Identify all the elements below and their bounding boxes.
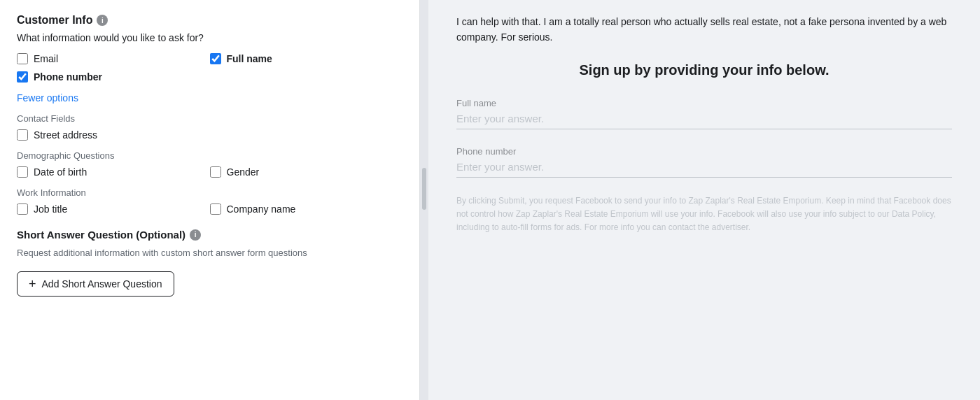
short-answer-section: Short Answer Question (Optional) i Reque… bbox=[17, 229, 402, 297]
street-address-label: Street address bbox=[34, 129, 97, 141]
contact-fields-label: Contact Fields bbox=[17, 113, 402, 124]
gender-checkbox-item[interactable]: Gender bbox=[210, 166, 403, 178]
disclaimer-text: By clicking Submit, you request Facebook… bbox=[456, 194, 952, 235]
signup-title: Sign up by providing your info below. bbox=[456, 62, 952, 78]
section-title-text: Customer Info bbox=[17, 14, 92, 27]
fullname-label: Full name bbox=[227, 53, 272, 64]
fullname-checkbox-item[interactable]: Full name bbox=[210, 53, 403, 64]
fullname-checkbox[interactable] bbox=[210, 53, 221, 64]
phone-checkbox[interactable] bbox=[17, 71, 28, 83]
street-address-checkbox[interactable] bbox=[17, 129, 28, 141]
short-answer-desc: Request additional information with cust… bbox=[17, 246, 402, 260]
subtitle: What information would you like to ask f… bbox=[17, 32, 402, 43]
email-checkbox[interactable] bbox=[17, 53, 28, 64]
phone-checkbox-item[interactable]: Phone number bbox=[17, 71, 210, 83]
jobtitle-checkbox[interactable] bbox=[17, 203, 28, 215]
dob-checkbox-item[interactable]: Date of birth bbox=[17, 166, 210, 178]
plus-icon: + bbox=[29, 278, 36, 290]
intro-text: I can help with that. I am a totally rea… bbox=[456, 14, 952, 45]
short-answer-info-icon[interactable]: i bbox=[190, 229, 201, 241]
work-label: Work Information bbox=[17, 187, 402, 198]
companyname-label: Company name bbox=[227, 203, 296, 215]
fewer-options-link[interactable]: Fewer options bbox=[17, 92, 402, 103]
short-answer-title: Short Answer Question (Optional) i bbox=[17, 229, 402, 241]
dob-checkbox[interactable] bbox=[17, 166, 28, 178]
dob-label: Date of birth bbox=[34, 166, 87, 178]
phone-label: Phone number bbox=[34, 71, 102, 83]
preview-field-phone: Phone number Enter your answer. bbox=[456, 146, 952, 178]
panel-divider bbox=[420, 0, 428, 400]
demographic-label: Demographic Questions bbox=[17, 150, 402, 161]
email-label: Email bbox=[34, 53, 58, 64]
preview-field-fullname: Full name Enter your answer. bbox=[456, 98, 952, 129]
companyname-checkbox[interactable] bbox=[210, 203, 221, 215]
email-checkbox-item[interactable]: Email bbox=[17, 53, 210, 64]
gender-checkbox[interactable] bbox=[210, 166, 221, 178]
jobtitle-label: Job title bbox=[34, 203, 67, 215]
short-answer-title-text: Short Answer Question (Optional) bbox=[17, 229, 186, 241]
fullname-input-area: Enter your answer. bbox=[456, 113, 952, 129]
jobtitle-checkbox-item[interactable]: Job title bbox=[17, 203, 210, 215]
fullname-placeholder: Enter your answer. bbox=[456, 113, 544, 124]
phone-field-label: Phone number bbox=[456, 146, 952, 157]
street-address-checkbox-item[interactable]: Street address bbox=[17, 129, 402, 141]
phone-placeholder: Enter your answer. bbox=[456, 161, 544, 173]
fullname-field-label: Full name bbox=[456, 98, 952, 108]
gender-label: Gender bbox=[227, 166, 260, 178]
add-button-label: Add Short Answer Question bbox=[42, 278, 162, 290]
phone-input-area: Enter your answer. bbox=[456, 161, 952, 178]
right-panel: I can help with that. I am a totally rea… bbox=[428, 0, 980, 400]
add-short-answer-button[interactable]: + Add Short Answer Question bbox=[17, 271, 174, 297]
info-icon[interactable]: i bbox=[97, 15, 108, 26]
section-title: Customer Info i bbox=[17, 14, 402, 27]
left-panel: Customer Info i What information would y… bbox=[0, 0, 420, 400]
companyname-checkbox-item[interactable]: Company name bbox=[210, 203, 403, 215]
